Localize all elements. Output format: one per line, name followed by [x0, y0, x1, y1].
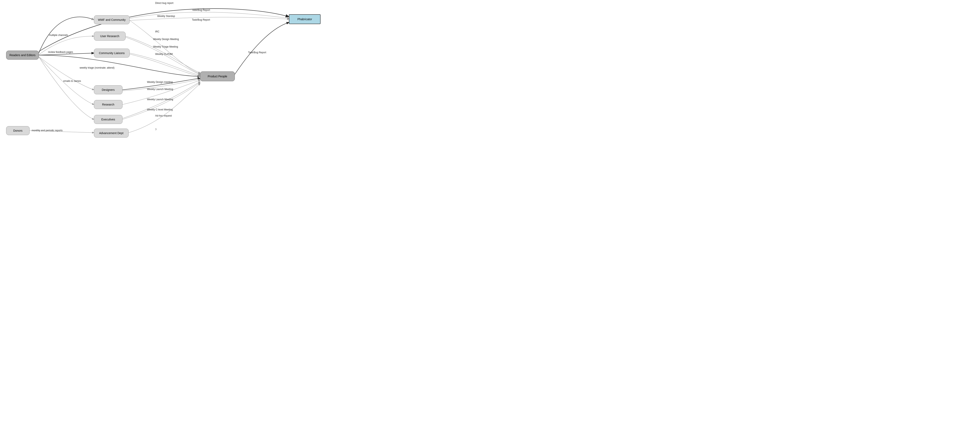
designers-label: Designers: [102, 88, 115, 91]
advancement-dept-node: Advancement Dept: [94, 129, 129, 138]
phabricator-node: Phabricator: [289, 14, 321, 24]
designers-node: Designers: [94, 85, 123, 94]
wmf-community-node: WMF and Community: [94, 15, 130, 24]
label-weekly-clevel: Weekly C-level Meeting: [147, 108, 173, 111]
label-weekly-cl-pdm: Weekly CL/PdM: [155, 52, 173, 56]
wmf-community-label: WMF and Community: [98, 18, 126, 21]
label-weekly-design-meeting: Weekly Design Meeting: [153, 38, 179, 41]
donors-node: Donors: [6, 126, 30, 135]
label-weekly-design-mtg2: Weekly Design meeting: [147, 81, 173, 84]
product-people-node: Product People: [200, 71, 235, 81]
donors-label: Donors: [13, 129, 22, 132]
label-review-feedback: review feedback pages: [48, 51, 73, 54]
executives-node: Executives: [94, 115, 123, 124]
user-research-label: User Research: [100, 35, 119, 38]
label-weekly-triage: weekly triage (nominate; attend): [80, 66, 115, 69]
label-task-bug1: Task/Bug Report: [192, 9, 210, 11]
user-research-node: User Research: [94, 32, 126, 41]
label-adhoc: Ad-hoc request: [155, 114, 172, 117]
label-weekly-triage-meeting: Weekly Triage Meeting: [153, 45, 178, 48]
research-node: Research: [94, 100, 123, 109]
product-people-label: Product People: [208, 75, 227, 78]
community-liaisons-node: Community Liaisons: [94, 49, 130, 57]
label-task-bug3: Task/Bug Report: [248, 51, 266, 54]
phabricator-label: Phabricator: [298, 17, 312, 21]
label-emails-james: emails to James: [63, 79, 81, 83]
executives-label: Executives: [101, 118, 115, 121]
advancement-dept-label: Advancement Dept: [99, 132, 123, 135]
readers-editors-node: Readers and Editors: [6, 51, 39, 60]
label-weekly-launch2: Weekly Launch Meeting: [147, 98, 173, 101]
label-direct-bug: Direct bug report: [155, 2, 173, 5]
research-label: Research: [102, 103, 115, 106]
label-multiple-channels: multiple channels: [49, 34, 68, 37]
label-weekly-launch1: Weekly Launch Meeting: [147, 88, 173, 90]
readers-editors-label: Readers and Editors: [10, 54, 35, 57]
label-task-bug2: Task/Bug Report: [192, 18, 210, 21]
label-question: ?: [155, 128, 157, 131]
community-liaisons-label: Community Liaisons: [99, 51, 124, 55]
label-weekly-standup: Weekly Standup: [157, 15, 175, 17]
label-irc: IRC: [155, 30, 159, 33]
label-monthly-reports: monthly and periodic reports: [32, 129, 62, 132]
